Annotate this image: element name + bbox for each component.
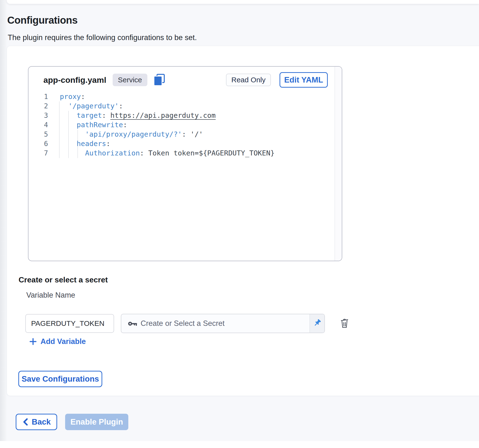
copy-icon-front (154, 76, 162, 86)
editor-filename: app-config.yaml (43, 75, 106, 85)
code-text: '/pagerduty': (48, 101, 123, 111)
line-number: 7 (28, 148, 48, 158)
code-text: pathRewrite: (48, 120, 127, 130)
line-number: 6 (28, 139, 48, 148)
code-text: 'api/proxy/pagerduty/?': '/' (48, 130, 203, 139)
left-gutter-shadow (0, 0, 7, 441)
add-variable-button[interactable]: Add Variable (29, 337, 86, 346)
line-number: 2 (28, 101, 48, 111)
enable-plugin-button[interactable]: Enable Plugin (65, 414, 128, 430)
editor-header: app-config.yaml Service (43, 72, 165, 88)
code-line: 5 'api/proxy/pagerduty/?': '/' (28, 130, 334, 139)
variable-name-input[interactable] (25, 314, 114, 333)
code-text: target: https://api.pagerduty.com (48, 111, 216, 120)
read-only-badge: Read Only (226, 74, 271, 86)
yaml-editor-panel: app-config.yaml Service Read Only Edit Y… (28, 66, 342, 261)
edit-yaml-button[interactable]: Edit YAML (280, 72, 328, 88)
line-number: 5 (28, 130, 48, 139)
save-configurations-button[interactable]: Save Configurations (18, 371, 102, 387)
editor-scrollbar[interactable] (335, 67, 342, 261)
code-text: Authorization: Token token=${PAGERDUTY_T… (48, 148, 274, 158)
configurations-card: app-config.yaml Service Read Only Edit Y… (7, 46, 479, 396)
chevron-left-icon (22, 418, 28, 426)
pin-button[interactable] (309, 314, 324, 333)
code-text: headers: (48, 139, 110, 148)
code-line: 3 target: https://api.pagerduty.com (28, 111, 334, 120)
add-variable-label: Add Variable (41, 337, 86, 346)
code-text: proxy: (48, 92, 85, 101)
variable-name-label: Variable Name (26, 291, 75, 300)
code-line: 2 '/pagerduty': (28, 101, 334, 111)
line-number: 4 (28, 120, 48, 130)
bottom-strip (0, 441, 479, 448)
delete-variable-button[interactable] (338, 316, 350, 330)
previous-card-edge (7, 0, 479, 4)
back-button-label: Back (32, 417, 51, 427)
code-line: 4 pathRewrite: (28, 120, 334, 130)
line-number: 3 (28, 111, 48, 120)
back-button[interactable]: Back (16, 414, 57, 430)
page-subtitle: The plugin requires the following config… (8, 33, 197, 42)
code-line: 1proxy: (28, 92, 334, 101)
secret-select[interactable]: Create or Select a Secret (121, 314, 325, 333)
trash-icon (340, 317, 349, 329)
secret-section-heading: Create or select a secret (19, 275, 108, 284)
secret-select-placeholder: Create or Select a Secret (141, 314, 225, 333)
plus-icon (29, 338, 37, 345)
copy-icon[interactable] (154, 74, 165, 86)
key-icon (128, 319, 138, 328)
code-line: 6 headers: (28, 139, 334, 148)
line-number: 1 (28, 92, 48, 101)
pin-icon (312, 319, 322, 328)
code-area: 1proxy:2 '/pagerduty':3 target: https://… (28, 92, 334, 158)
service-badge: Service (113, 74, 147, 86)
page-title: Configurations (7, 14, 78, 26)
code-line: 7 Authorization: Token token=${PAGERDUTY… (28, 148, 334, 158)
editor-actions: Read Only Edit YAML (226, 72, 328, 88)
